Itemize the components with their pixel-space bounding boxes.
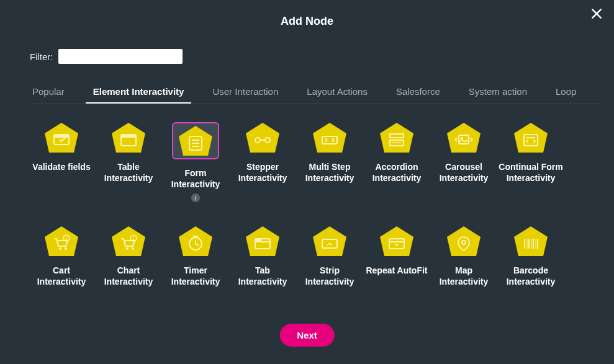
barcode-icon bbox=[513, 226, 549, 257]
timer-icon bbox=[178, 226, 214, 257]
node-label: Map Interactivity bbox=[431, 265, 497, 287]
node-label: Accordion Interactivity bbox=[364, 162, 430, 184]
filter-input[interactable] bbox=[58, 49, 183, 64]
filter-row: Filter: bbox=[30, 49, 614, 64]
node-carousel-interactivity[interactable]: Carousel Interactivity bbox=[431, 122, 497, 202]
node-grid-wrap: Validate fields Table Interactivity Form… bbox=[22, 122, 592, 308]
svg-rect-2 bbox=[54, 135, 69, 138]
carousel-icon bbox=[446, 122, 482, 153]
svg-point-28 bbox=[59, 247, 61, 250]
tab-user-interaction[interactable]: User Interaction bbox=[210, 81, 281, 103]
next-button[interactable]: Next bbox=[279, 324, 335, 347]
repeat-icon bbox=[379, 226, 415, 257]
tab-layout-actions[interactable]: Layout Actions bbox=[304, 81, 370, 103]
node-label: Multi Step Interactivity bbox=[297, 162, 363, 184]
node-cart-interactivity[interactable]: 2 Cart Interactivity bbox=[29, 226, 94, 287]
node-label: Barcode Interactivity bbox=[498, 265, 564, 287]
multistep-icon bbox=[312, 122, 348, 153]
table-icon bbox=[111, 122, 147, 153]
validate-icon bbox=[43, 122, 79, 153]
svg-point-34 bbox=[132, 247, 134, 250]
node-label: Validate fields bbox=[32, 162, 90, 173]
node-stepper-interactivity[interactable]: Stepper Interactivity bbox=[230, 122, 296, 202]
tab-loop[interactable]: Loop bbox=[553, 81, 579, 103]
node-label: Repeat AutoFit bbox=[366, 265, 427, 277]
info-icon[interactable]: i bbox=[191, 193, 200, 202]
svg-marker-46 bbox=[313, 226, 346, 256]
tab-icon bbox=[245, 226, 281, 257]
node-accordion-interactivity[interactable]: Accordion Interactivity bbox=[364, 122, 430, 202]
node-timer-interactivity[interactable]: Timer Interactivity bbox=[163, 226, 228, 287]
node-repeat-autofit[interactable]: Repeat AutoFit bbox=[364, 226, 430, 287]
cart-icon: 2 bbox=[43, 226, 79, 257]
svg-marker-53 bbox=[514, 226, 548, 256]
close-icon bbox=[590, 12, 603, 22]
node-label: Carousel Interactivity bbox=[431, 162, 497, 184]
node-form-interactivity[interactable]: Form Interactivityi bbox=[163, 122, 228, 202]
node-label: Timer Interactivity bbox=[163, 265, 228, 287]
node-table-interactivity[interactable]: Table Interactivity bbox=[96, 122, 161, 202]
map-icon bbox=[446, 226, 482, 257]
svg-point-29 bbox=[65, 247, 67, 250]
node-label: Tab Interactivity bbox=[230, 265, 296, 287]
svg-rect-5 bbox=[121, 135, 136, 138]
svg-point-33 bbox=[126, 247, 129, 250]
node-barcode-interactivity[interactable]: Barcode Interactivity bbox=[498, 226, 564, 287]
node-validate-fields[interactable]: Validate fields bbox=[29, 122, 94, 202]
page-title: Add Node bbox=[0, 0, 614, 28]
node-label: Cart Interactivity bbox=[29, 265, 94, 287]
node-label: Continual Form Interactivity bbox=[498, 162, 564, 184]
accordion-icon bbox=[379, 122, 415, 153]
node-label: Stepper Interactivity bbox=[230, 162, 296, 184]
svg-text:2: 2 bbox=[132, 236, 135, 241]
node-label: Form Interactivity bbox=[163, 168, 228, 190]
close-button[interactable] bbox=[590, 7, 603, 22]
svg-marker-15 bbox=[313, 123, 346, 153]
svg-marker-21 bbox=[447, 123, 481, 153]
tab-popular[interactable]: Popular bbox=[30, 81, 67, 103]
tab-bar: PopularElement InteractivityUser Interac… bbox=[30, 81, 599, 104]
node-grid: Validate fields Table Interactivity Form… bbox=[22, 122, 592, 287]
node-multi-step-interactivity[interactable]: Multi Step Interactivity bbox=[297, 122, 363, 202]
node-map-interactivity[interactable]: Map Interactivity bbox=[431, 226, 497, 287]
svg-text:2: 2 bbox=[65, 236, 68, 241]
node-chart-interactivity[interactable]: 2 Chart Interactivity bbox=[96, 226, 161, 287]
chart-icon: 2 bbox=[111, 226, 147, 257]
svg-marker-11 bbox=[246, 123, 279, 153]
filter-label: Filter: bbox=[30, 51, 53, 62]
stepper-icon bbox=[245, 122, 281, 153]
tab-element-interactivity[interactable]: Element Interactivity bbox=[91, 81, 187, 103]
form-icon bbox=[172, 122, 219, 159]
strip-icon bbox=[312, 226, 348, 257]
node-strip-interactivity[interactable]: Strip Interactivity bbox=[297, 226, 363, 287]
continualform-icon bbox=[513, 122, 549, 153]
node-label: Strip Interactivity bbox=[297, 265, 363, 287]
tab-system-action[interactable]: System action bbox=[466, 81, 530, 103]
node-label: Chart Interactivity bbox=[96, 265, 161, 287]
tab-salesforce[interactable]: Salesforce bbox=[394, 81, 443, 103]
node-label: Table Interactivity bbox=[96, 162, 161, 184]
node-tab-interactivity[interactable]: Tab Interactivity bbox=[230, 226, 296, 287]
node-continual-form-interactivity[interactable]: Continual Form Interactivity bbox=[498, 122, 564, 202]
